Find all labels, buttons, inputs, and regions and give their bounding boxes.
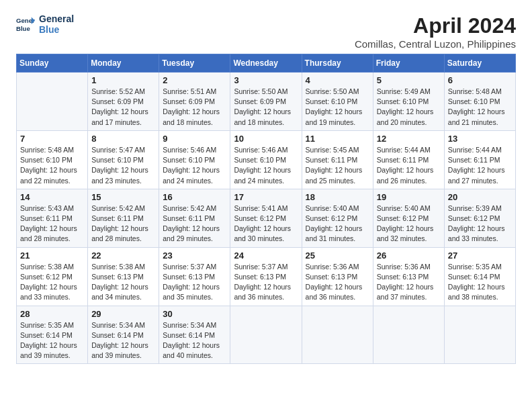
- sunset-text: Sunset: 6:10 PM: [163, 155, 226, 165]
- daylight-text: Daylight: 12 hours and 35 minutes.: [163, 282, 226, 302]
- calendar-cell: 7Sunrise: 5:48 AMSunset: 6:10 PMDaylight…: [17, 130, 88, 189]
- sunrise-text: Sunrise: 5:37 AM: [234, 262, 298, 272]
- weekday-header-wednesday: Wednesday: [230, 54, 302, 73]
- day-info: Sunrise: 5:36 AMSunset: 6:13 PMDaylight:…: [377, 262, 441, 303]
- day-info: Sunrise: 5:42 AMSunset: 6:11 PMDaylight:…: [163, 203, 226, 244]
- day-number: 5: [377, 75, 441, 85]
- sunrise-text: Sunrise: 5:44 AM: [377, 145, 441, 155]
- daylight-text: Daylight: 12 hours and 17 minutes.: [91, 107, 155, 127]
- daylight-text: Daylight: 12 hours and 20 minutes.: [377, 107, 441, 127]
- day-info: Sunrise: 5:52 AMSunset: 6:09 PMDaylight:…: [91, 87, 155, 128]
- calendar-cell: 3Sunrise: 5:50 AMSunset: 6:09 PMDaylight…: [230, 73, 302, 131]
- daylight-text: Daylight: 12 hours and 28 minutes.: [20, 224, 84, 244]
- week-row-2: 7Sunrise: 5:48 AMSunset: 6:10 PMDaylight…: [17, 130, 516, 189]
- sunset-text: Sunset: 6:11 PM: [163, 214, 226, 224]
- day-info: Sunrise: 5:35 AMSunset: 6:14 PMDaylight:…: [448, 262, 512, 303]
- daylight-text: Daylight: 12 hours and 28 minutes.: [91, 224, 155, 244]
- weekday-header-friday: Friday: [373, 54, 444, 73]
- sunrise-text: Sunrise: 5:47 AM: [91, 145, 155, 155]
- sunset-text: Sunset: 6:10 PM: [448, 97, 512, 107]
- day-number: 30: [163, 309, 226, 319]
- calendar-cell: 12Sunrise: 5:44 AMSunset: 6:11 PMDayligh…: [373, 130, 444, 189]
- daylight-text: Daylight: 12 hours and 37 minutes.: [377, 282, 441, 302]
- sunrise-text: Sunrise: 5:41 AM: [234, 203, 298, 214]
- day-info: Sunrise: 5:48 AMSunset: 6:10 PMDaylight:…: [448, 87, 512, 128]
- sunset-text: Sunset: 6:11 PM: [20, 214, 84, 224]
- sunset-text: Sunset: 6:11 PM: [377, 155, 441, 165]
- calendar-cell: 4Sunrise: 5:50 AMSunset: 6:10 PMDaylight…: [302, 73, 373, 131]
- day-info: Sunrise: 5:50 AMSunset: 6:10 PMDaylight:…: [306, 87, 369, 128]
- sunset-text: Sunset: 6:12 PM: [306, 214, 369, 224]
- calendar-cell: 17Sunrise: 5:41 AMSunset: 6:12 PMDayligh…: [230, 189, 302, 247]
- day-info: Sunrise: 5:40 AMSunset: 6:12 PMDaylight:…: [306, 203, 369, 244]
- calendar-cell: [230, 306, 302, 364]
- weekday-header-monday: Monday: [88, 54, 159, 73]
- sunrise-text: Sunrise: 5:42 AM: [163, 203, 226, 214]
- sunrise-text: Sunrise: 5:36 AM: [306, 262, 369, 272]
- calendar-cell: [444, 306, 515, 364]
- day-number: 27: [448, 250, 512, 261]
- calendar-cell: 15Sunrise: 5:42 AMSunset: 6:11 PMDayligh…: [88, 189, 159, 247]
- sunset-text: Sunset: 6:14 PM: [163, 330, 226, 340]
- day-number: 2: [163, 75, 226, 85]
- day-number: 28: [20, 309, 84, 319]
- day-info: Sunrise: 5:44 AMSunset: 6:11 PMDaylight:…: [377, 145, 441, 186]
- logo: General Blue General Blue: [16, 13, 74, 35]
- day-number: 4: [306, 75, 369, 85]
- sunset-text: Sunset: 6:09 PM: [234, 97, 298, 107]
- sunrise-text: Sunrise: 5:38 AM: [91, 262, 155, 272]
- calendar-cell: 30Sunrise: 5:34 AMSunset: 6:14 PMDayligh…: [159, 306, 230, 364]
- calendar-cell: 27Sunrise: 5:35 AMSunset: 6:14 PMDayligh…: [444, 247, 515, 306]
- calendar-cell: [17, 73, 88, 131]
- day-number: 21: [20, 250, 84, 261]
- sunrise-text: Sunrise: 5:50 AM: [306, 87, 369, 97]
- sunrise-text: Sunrise: 5:50 AM: [234, 87, 298, 97]
- day-number: 20: [448, 192, 512, 202]
- sunset-text: Sunset: 6:10 PM: [20, 155, 84, 165]
- week-row-1: 1Sunrise: 5:52 AMSunset: 6:09 PMDaylight…: [17, 73, 516, 131]
- daylight-text: Daylight: 12 hours and 36 minutes.: [306, 282, 369, 302]
- day-number: 14: [20, 192, 84, 202]
- calendar-cell: 9Sunrise: 5:46 AMSunset: 6:10 PMDaylight…: [159, 130, 230, 189]
- sunrise-text: Sunrise: 5:48 AM: [20, 145, 84, 155]
- daylight-text: Daylight: 12 hours and 39 minutes.: [91, 340, 155, 361]
- sunrise-text: Sunrise: 5:48 AM: [448, 87, 512, 97]
- sunrise-text: Sunrise: 5:43 AM: [20, 203, 84, 214]
- calendar-cell: 8Sunrise: 5:47 AMSunset: 6:10 PMDaylight…: [88, 130, 159, 189]
- day-number: 15: [91, 192, 155, 202]
- day-info: Sunrise: 5:50 AMSunset: 6:09 PMDaylight:…: [234, 87, 298, 128]
- calendar-cell: 5Sunrise: 5:49 AMSunset: 6:10 PMDaylight…: [373, 73, 444, 131]
- daylight-text: Daylight: 12 hours and 39 minutes.: [20, 340, 84, 361]
- sunset-text: Sunset: 6:09 PM: [91, 97, 155, 107]
- daylight-text: Daylight: 12 hours and 24 minutes.: [234, 165, 298, 185]
- calendar-cell: 18Sunrise: 5:40 AMSunset: 6:12 PMDayligh…: [302, 189, 373, 247]
- daylight-text: Daylight: 12 hours and 36 minutes.: [234, 282, 298, 302]
- day-number: 1: [91, 75, 155, 85]
- day-number: 10: [234, 134, 298, 144]
- calendar-cell: 24Sunrise: 5:37 AMSunset: 6:13 PMDayligh…: [230, 247, 302, 306]
- calendar-cell: 2Sunrise: 5:51 AMSunset: 6:09 PMDaylight…: [159, 73, 230, 131]
- sunrise-text: Sunrise: 5:34 AM: [91, 320, 155, 330]
- calendar-table: SundayMondayTuesdayWednesdayThursdayFrid…: [16, 54, 516, 364]
- day-info: Sunrise: 5:46 AMSunset: 6:10 PMDaylight:…: [163, 145, 226, 186]
- sunset-text: Sunset: 6:09 PM: [163, 97, 226, 107]
- day-number: 22: [91, 250, 155, 261]
- day-info: Sunrise: 5:39 AMSunset: 6:12 PMDaylight:…: [448, 203, 512, 244]
- day-number: 6: [448, 75, 512, 85]
- daylight-text: Daylight: 12 hours and 33 minutes.: [20, 282, 84, 302]
- day-info: Sunrise: 5:46 AMSunset: 6:10 PMDaylight:…: [234, 145, 298, 186]
- day-number: 17: [234, 192, 298, 202]
- page-header: General Blue General Blue April 2024 Com…: [16, 13, 516, 50]
- sunrise-text: Sunrise: 5:35 AM: [448, 262, 512, 272]
- sunset-text: Sunset: 6:14 PM: [448, 272, 512, 282]
- week-row-3: 14Sunrise: 5:43 AMSunset: 6:11 PMDayligh…: [17, 189, 516, 247]
- week-row-5: 28Sunrise: 5:35 AMSunset: 6:14 PMDayligh…: [17, 306, 516, 364]
- day-number: 8: [91, 134, 155, 144]
- daylight-text: Daylight: 12 hours and 34 minutes.: [91, 282, 155, 302]
- sunset-text: Sunset: 6:11 PM: [448, 155, 512, 165]
- week-row-4: 21Sunrise: 5:38 AMSunset: 6:12 PMDayligh…: [17, 247, 516, 306]
- day-number: 23: [163, 250, 226, 261]
- sunset-text: Sunset: 6:11 PM: [91, 214, 155, 224]
- sunrise-text: Sunrise: 5:45 AM: [306, 145, 369, 155]
- day-info: Sunrise: 5:51 AMSunset: 6:09 PMDaylight:…: [163, 87, 226, 128]
